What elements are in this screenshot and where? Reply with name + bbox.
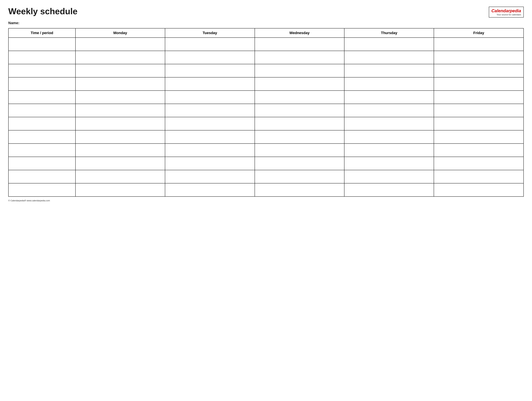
table-cell[interactable] [255, 77, 344, 90]
table-cell[interactable] [165, 90, 255, 104]
table-cell[interactable] [255, 64, 344, 77]
table-cell[interactable] [8, 170, 76, 183]
table-cell[interactable] [255, 117, 344, 130]
table-cell[interactable] [434, 38, 524, 51]
table-row [8, 117, 524, 130]
table-cell[interactable] [344, 38, 434, 51]
table-cell[interactable] [255, 144, 344, 157]
table-cell[interactable] [8, 144, 76, 157]
table-header-row: Time / period Monday Tuesday Wednesday T… [8, 28, 524, 38]
table-cell[interactable] [8, 51, 76, 64]
table-cell[interactable] [76, 104, 165, 117]
schedule-table: Time / period Monday Tuesday Wednesday T… [8, 28, 524, 197]
table-cell[interactable] [76, 157, 165, 170]
table-cell[interactable] [344, 64, 434, 77]
table-row [8, 90, 524, 104]
table-cell[interactable] [255, 104, 344, 117]
table-cell[interactable] [344, 77, 434, 90]
page-header: Weekly schedule Calendarpedia Your sourc… [8, 7, 524, 18]
table-cell[interactable] [255, 51, 344, 64]
table-cell[interactable] [434, 183, 524, 197]
table-cell[interactable] [255, 38, 344, 51]
table-cell[interactable] [344, 170, 434, 183]
logo: Calendarpedia Your source for calendars [489, 7, 524, 18]
table-cell[interactable] [255, 157, 344, 170]
table-cell[interactable] [434, 117, 524, 130]
logo-pedia: pedia [510, 8, 521, 13]
table-cell[interactable] [165, 170, 255, 183]
header-time: Time / period [8, 28, 76, 38]
table-cell[interactable] [165, 64, 255, 77]
table-cell[interactable] [344, 183, 434, 197]
table-cell[interactable] [255, 170, 344, 183]
table-cell[interactable] [165, 104, 255, 117]
table-cell[interactable] [76, 38, 165, 51]
table-cell[interactable] [434, 77, 524, 90]
table-cell[interactable] [344, 90, 434, 104]
table-cell[interactable] [434, 170, 524, 183]
table-cell[interactable] [344, 117, 434, 130]
footer: © Calendarpedia® www.calendarpedia.com [8, 199, 524, 202]
table-cell[interactable] [76, 90, 165, 104]
table-cell[interactable] [165, 38, 255, 51]
table-row [8, 183, 524, 197]
table-cell[interactable] [165, 130, 255, 144]
table-cell[interactable] [344, 104, 434, 117]
table-cell[interactable] [255, 130, 344, 144]
header-monday: Monday [76, 28, 165, 38]
logo-calendar: Calendar [491, 8, 510, 13]
table-cell[interactable] [8, 104, 76, 117]
logo-subtitle: Your source for calendars [497, 13, 521, 16]
table-cell[interactable] [255, 183, 344, 197]
logo-text: Calendarpedia [491, 8, 521, 13]
name-label: Name: [8, 21, 524, 25]
table-cell[interactable] [434, 64, 524, 77]
table-cell[interactable] [434, 51, 524, 64]
table-cell[interactable] [76, 144, 165, 157]
table-cell[interactable] [434, 144, 524, 157]
table-cell[interactable] [76, 130, 165, 144]
header-thursday: Thursday [344, 28, 434, 38]
table-row [8, 170, 524, 183]
table-cell[interactable] [8, 64, 76, 77]
table-row [8, 104, 524, 117]
table-cell[interactable] [76, 64, 165, 77]
table-cell[interactable] [344, 130, 434, 144]
table-cell[interactable] [165, 183, 255, 197]
table-cell[interactable] [344, 144, 434, 157]
footer-text: © Calendarpedia® www.calendarpedia.com [8, 199, 50, 202]
table-cell[interactable] [344, 157, 434, 170]
table-cell[interactable] [434, 90, 524, 104]
table-row [8, 130, 524, 144]
table-cell[interactable] [8, 117, 76, 130]
header-wednesday: Wednesday [255, 28, 344, 38]
table-cell[interactable] [76, 183, 165, 197]
table-cell[interactable] [76, 77, 165, 90]
table-cell[interactable] [8, 157, 76, 170]
table-cell[interactable] [165, 117, 255, 130]
table-cell[interactable] [344, 51, 434, 64]
table-cell[interactable] [76, 51, 165, 64]
table-cell[interactable] [76, 170, 165, 183]
table-row [8, 157, 524, 170]
table-cell[interactable] [8, 90, 76, 104]
table-cell[interactable] [165, 51, 255, 64]
table-cell[interactable] [434, 104, 524, 117]
table-cell[interactable] [8, 77, 76, 90]
table-row [8, 38, 524, 51]
table-cell[interactable] [255, 90, 344, 104]
table-row [8, 77, 524, 90]
table-cell[interactable] [76, 117, 165, 130]
table-cell[interactable] [8, 130, 76, 144]
table-cell[interactable] [165, 77, 255, 90]
table-cell[interactable] [434, 130, 524, 144]
table-cell[interactable] [434, 157, 524, 170]
table-row [8, 64, 524, 77]
header-tuesday: Tuesday [165, 28, 255, 38]
table-cell[interactable] [165, 157, 255, 170]
table-row [8, 144, 524, 157]
table-cell[interactable] [8, 38, 76, 51]
table-cell[interactable] [165, 144, 255, 157]
table-row [8, 51, 524, 64]
table-cell[interactable] [8, 183, 76, 197]
